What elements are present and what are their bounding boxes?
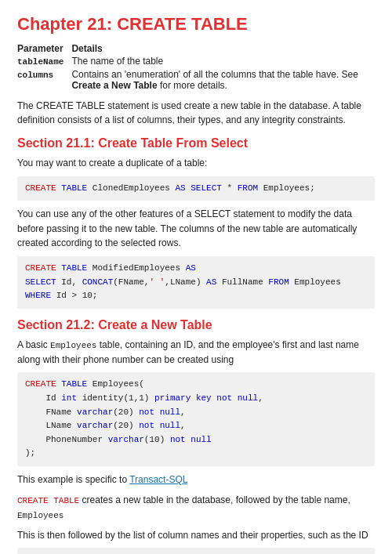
intro-text: The CREATE TABLE statement is used creat… [17, 99, 375, 127]
section-21-1-body1: You may want to create a duplicate of a … [17, 156, 375, 171]
table-row: columns Contains an 'enumeration' of all… [17, 68, 375, 92]
section-21-2-body4: This is then followed by the list of col… [17, 528, 375, 543]
section-21-1-title: Section 21.1: Create Table From Select [17, 136, 375, 150]
param-name: tableName [17, 55, 71, 68]
param-col-header: Parameter [17, 42, 71, 55]
param-name: columns [17, 68, 71, 92]
section-21-2-body2: This example is specific to Transact-SQL [17, 473, 375, 487]
section-21-2-body1: A basic Employees table, containing an I… [17, 338, 375, 368]
chapter-title: Chapter 21: CREATE TABLE [17, 14, 375, 34]
code-block-3: CREATE TABLE Employees( Id int identity(… [17, 372, 375, 466]
param-detail: The name of the table [71, 55, 375, 68]
code-block-1: CREATE TABLE ClonedEmployees AS SELECT *… [17, 176, 375, 201]
transact-sql-link[interactable]: Transact-SQL [129, 474, 187, 485]
section-21-1-body2: You can use any of the other features of… [17, 207, 375, 251]
parameter-table: Parameter Details tableName The name of … [17, 42, 375, 92]
param-detail: Contains an 'enumeration' of all the col… [71, 68, 375, 92]
table-row: tableName The name of the table [17, 55, 375, 68]
detail-col-header: Details [71, 42, 375, 55]
section-21-2-title: Section 21.2: Create a New Table [17, 318, 375, 332]
code-block-2: CREATE TABLE ModifiedEmployees AS SELECT… [17, 256, 375, 309]
code-block-4: Id int identity(1,1) not null [17, 548, 375, 554]
section-21-2-body3: CREATE TABLE creates a new table in the … [17, 493, 375, 523]
